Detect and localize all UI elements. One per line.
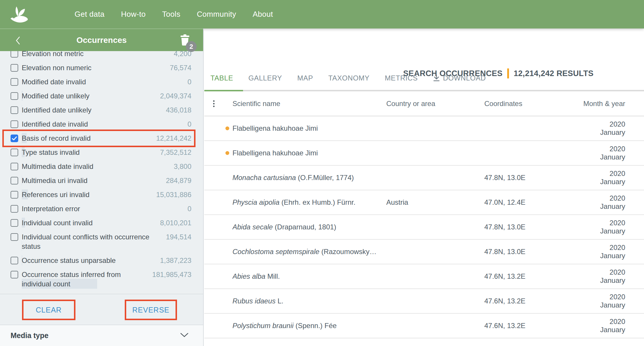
filter-count: 8,010,201	[160, 218, 191, 228]
filter-count: 4,200	[174, 51, 191, 58]
tab-taxonomy[interactable]: TAXONOMY	[328, 74, 370, 82]
filter-label: Interpretation error	[22, 204, 188, 214]
clear-annotation-box: CLEAR	[22, 300, 75, 320]
table-row[interactable]: Physcia aipolia (Ehrh. ex Humb.) Fürnr.A…	[204, 190, 644, 215]
tab-gallery[interactable]: GALLERY	[248, 74, 282, 82]
column-header-month-year: Month & year	[583, 100, 625, 108]
coordinates-cell: 47.8N, 13.0E	[484, 174, 583, 182]
clear-button[interactable]: CLEAR	[36, 306, 62, 314]
filter-checkbox[interactable]	[11, 149, 18, 156]
table-options-kebab-icon[interactable]	[213, 100, 215, 107]
results-main: SEARCH OCCURRENCES 12,214,242 RESULTS TA…	[204, 28, 644, 346]
filter-label: Individual count invalid	[22, 218, 160, 228]
back-chevron-icon[interactable]	[15, 36, 21, 46]
filter-label: Individual count conflicts with occurren…	[22, 232, 166, 251]
filter-checkbox[interactable]	[11, 64, 18, 72]
filter-checkbox[interactable]	[11, 51, 18, 58]
filter-row-occurrence-status-inferred-from-individual-count: Occurrence status inferred from individu…	[0, 268, 203, 291]
filter-checkbox[interactable]	[11, 92, 18, 100]
table-row[interactable]: Rubus idaeus L.47.6N, 13.2E2020 January	[204, 289, 644, 314]
download-icon	[433, 75, 440, 82]
filter-label: Modified date unlikely	[22, 91, 160, 101]
media-type-section[interactable]: Media type	[0, 325, 203, 346]
tab-metrics[interactable]: METRICS	[385, 74, 418, 82]
filter-checkbox[interactable]	[11, 233, 18, 241]
month-year-cell: 2020 January	[583, 318, 625, 334]
occurrences-panel-header: Occurrences 2	[0, 28, 203, 51]
filter-row-multimedia-uri-invalid: Multimedia uri invalid284,879	[0, 174, 203, 188]
filter-checkbox[interactable]	[11, 78, 18, 86]
filter-label: Type status invalid	[22, 148, 160, 157]
filter-label: Elevation non numeric	[22, 63, 170, 73]
chevron-down-icon[interactable]	[180, 333, 188, 339]
occurrence-table: Scientific nameCountry or areaCoordinate…	[204, 91, 644, 346]
gbif-occurrence-search-app: Get dataHow-toToolsCommunityAbout Occurr…	[0, 0, 644, 346]
filter-checkbox[interactable]	[11, 106, 18, 114]
filter-row-occurrence-status-unparsable: Occurrence status unparsable1,387,223	[0, 253, 203, 268]
column-header-country-or-area: Country or area	[386, 100, 484, 108]
filter-row-individual-count-conflicts-with-occurrence-status: Individual count conflicts with occurren…	[0, 230, 203, 253]
view-tabs: TABLEGALLERYMAPTAXONOMYMETRICSDOWNLOAD	[204, 66, 644, 90]
month-year-cell: 2020 January	[583, 268, 625, 285]
filter-row-modified-date-invalid: Modified date invalid0	[0, 75, 203, 89]
coordinates-cell: 47.0N, 12.4E	[484, 198, 583, 206]
coordinates-cell: 47.6N, 13.2E	[484, 272, 583, 281]
month-year-cell: 2020 January	[583, 243, 625, 260]
main-nav: Get dataHow-toToolsCommunityAbout	[75, 10, 273, 19]
table-row[interactable]: Flabelligena hakuhoae Jimi2020 January	[204, 141, 644, 166]
filter-count: 1,387,223	[160, 256, 191, 265]
table-row[interactable]: Cochlostoma septemspirale (Razoumowsky…4…	[204, 240, 644, 264]
filter-checkbox[interactable]	[11, 135, 18, 142]
filter-label: Multimedia uri invalid	[22, 176, 166, 185]
filter-checkbox[interactable]	[11, 205, 18, 213]
filter-checkbox[interactable]	[11, 120, 18, 128]
table-row[interactable]: Abies alba Mill.47.6N, 13.2E2020 January	[204, 264, 644, 289]
nav-item-get-data[interactable]: Get data	[75, 10, 104, 19]
tab-map[interactable]: MAP	[297, 74, 313, 82]
month-year-cell: 2020 January	[583, 145, 625, 161]
month-year-cell: 2020 January	[583, 293, 625, 309]
filter-label: References uri invalid	[22, 190, 156, 199]
nav-item-about[interactable]: About	[253, 10, 273, 19]
reverse-button[interactable]: REVERSE	[132, 306, 169, 314]
scientific-name-cell: Flabelligena hakuhoae Jimi	[232, 149, 386, 157]
filter-checkbox[interactable]	[11, 219, 18, 227]
filter-row-references-uri-invalid: References uri invalid15,031,886	[0, 188, 203, 202]
nav-item-community[interactable]: Community	[197, 10, 236, 19]
nav-item-how-to[interactable]: How-to	[121, 10, 146, 19]
column-header-coordinates: Coordinates	[484, 100, 583, 108]
table-row[interactable]: Flabelligena hakuhoae Jimi2020 January	[204, 116, 644, 141]
scientific-name-cell: Monacha cartusiana (O.F.Müller, 1774)	[232, 174, 386, 182]
coordinates-cell: 47.8N, 13.0E	[484, 223, 583, 231]
filter-checkbox[interactable]	[11, 191, 18, 199]
table-row[interactable]: Monacha cartusiana (O.F.Müller, 1774)47.…	[204, 166, 644, 190]
filter-label: Identified date invalid	[22, 120, 188, 129]
filter-checkbox[interactable]	[11, 257, 18, 264]
scientific-name-cell: Physcia aipolia (Ehrh. ex Humb.) Fürnr.	[232, 198, 386, 206]
gbif-logo-icon[interactable]	[8, 3, 31, 26]
table-row[interactable]: Polystichum braunii (Spenn.) Fée47.6N, 1…	[204, 314, 644, 338]
filter-row-multimedia-date-invalid: Multimedia date invalid3,800	[0, 159, 203, 174]
table-body: Flabelligena hakuhoae Jimi2020 JanuaryFl…	[204, 116, 644, 338]
filter-row-basis-of-record-invalid: Basis of record invalid12,214,242	[0, 131, 203, 145]
coordinates-cell: 47.8N, 13.0E	[484, 248, 583, 256]
filter-checkbox[interactable]	[11, 271, 18, 278]
filter-footer: CLEAR REVERSE	[0, 294, 203, 325]
filter-checkbox[interactable]	[11, 177, 18, 184]
filter-count: 3,800	[174, 162, 191, 171]
filter-label: Occurrence status unparsable	[22, 256, 160, 265]
filter-label: Occurrence status inferred from individu…	[22, 270, 152, 289]
occurrence-status-dot-icon	[225, 127, 229, 130]
month-year-cell: 2020 January	[583, 169, 625, 186]
table-row[interactable]: Abida secale (Draparnaud, 1801)47.8N, 13…	[204, 215, 644, 240]
nav-item-tools[interactable]: Tools	[162, 10, 180, 19]
tab-download[interactable]: DOWNLOAD	[433, 74, 486, 82]
tab-table[interactable]: TABLE	[210, 74, 233, 82]
filter-checkbox[interactable]	[11, 163, 18, 170]
remove-filters-trash-button[interactable]: 2	[180, 34, 190, 46]
column-header-scientific-name: Scientific name	[232, 100, 386, 108]
table-header-row: Scientific nameCountry or areaCoordinate…	[204, 91, 644, 116]
filter-row-modified-date-unlikely: Modified date unlikely2,049,374	[0, 89, 203, 103]
scientific-name-cell: Polystichum braunii (Spenn.) Fée	[232, 322, 386, 330]
filter-count: 12,214,242	[156, 134, 191, 143]
